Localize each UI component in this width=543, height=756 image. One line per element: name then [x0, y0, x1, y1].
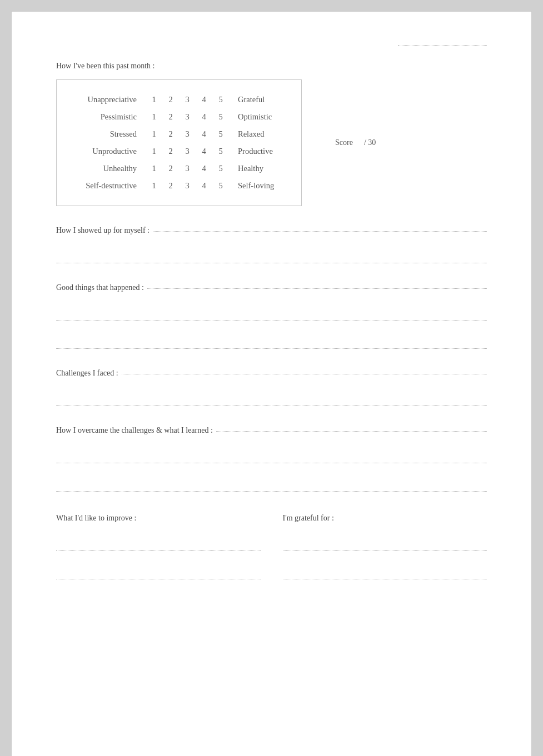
rating-number: 4: [196, 91, 212, 108]
rating-number: 5: [212, 108, 229, 126]
rating-left-label: Unhealthy: [73, 160, 146, 177]
challenges-label-row: Challenges I faced :: [56, 369, 487, 378]
grateful-line-2: [283, 579, 487, 579]
grateful-label: I'm grateful for :: [283, 514, 487, 523]
good-things-inline-line: [147, 288, 487, 289]
rating-table: Unappreciative12345GratefulPessimistic12…: [73, 91, 285, 194]
good-things-extra-lines: [56, 320, 487, 349]
rating-row: Self-destructive12345Self-loving: [73, 177, 285, 194]
rating-number: 4: [196, 126, 212, 143]
overcame-label-row: How I overcame the challenges & what I l…: [56, 426, 487, 435]
month-section: How I've been this past month : Unapprec…: [56, 62, 487, 206]
overcame-label: How I overcame the challenges & what I l…: [56, 426, 213, 435]
rating-right-label: Grateful: [229, 91, 285, 108]
two-col-section: What I'd like to improve : I'm grateful …: [56, 514, 487, 579]
month-label: How I've been this past month :: [56, 62, 487, 71]
top-decorative-line: [398, 45, 487, 46]
rating-number: 1: [146, 177, 162, 194]
rating-table-wrapper: Unappreciative12345GratefulPessimistic12…: [56, 79, 302, 206]
good-things-line-2: [56, 348, 487, 349]
rating-row: Unproductive12345Productive: [73, 143, 285, 160]
rating-number: 5: [212, 143, 229, 160]
showed-up-label: How I showed up for myself :: [56, 226, 150, 235]
rating-row: Unhealthy12345Healthy: [73, 160, 285, 177]
rating-number: 1: [146, 126, 162, 143]
grateful-col: I'm grateful for :: [283, 514, 487, 579]
showed-up-label-row: How I showed up for myself :: [56, 226, 487, 235]
overcame-line-2: [56, 491, 487, 492]
overcame-inline-line: [216, 431, 487, 432]
rating-number: 5: [212, 126, 229, 143]
overcame-line-1: [56, 463, 487, 463]
rating-left-label: Unappreciative: [73, 91, 146, 108]
challenges-label: Challenges I faced :: [56, 369, 118, 378]
rating-number: 1: [146, 91, 162, 108]
showed-up-inline-line: [153, 231, 487, 232]
rating-number: 1: [146, 160, 162, 177]
rating-number: 3: [179, 108, 196, 126]
grateful-lines: [283, 550, 487, 579]
rating-row: Pessimistic12345Optimistic: [73, 108, 285, 126]
rating-row: Stressed12345Relaxed: [73, 126, 285, 143]
rating-number: 3: [179, 160, 196, 177]
rating-number: 3: [179, 143, 196, 160]
rating-number: 1: [146, 143, 162, 160]
rating-number: 4: [196, 160, 212, 177]
rating-number: 2: [162, 108, 179, 126]
improve-col: What I'd like to improve :: [56, 514, 261, 579]
rating-number: 5: [212, 177, 229, 194]
improve-line-2: [56, 579, 261, 579]
rating-left-label: Unproductive: [73, 143, 146, 160]
rating-right-label: Healthy: [229, 160, 285, 177]
rating-number: 5: [212, 91, 229, 108]
good-things-line-1: [56, 320, 487, 321]
rating-left-label: Self-destructive: [73, 177, 146, 194]
rating-right-label: Optimistic: [229, 108, 285, 126]
challenges-inline-line: [122, 374, 487, 374]
improve-line-1: [56, 550, 261, 551]
good-things-label: Good things that happened :: [56, 283, 144, 292]
rating-right-label: Self-loving: [229, 177, 285, 194]
challenges-line-1: [56, 405, 487, 406]
rating-right-label: Productive: [229, 143, 285, 160]
challenges-extra-lines: [56, 405, 487, 406]
improve-lines: [56, 550, 261, 579]
score-area: Score / 30: [335, 138, 376, 147]
score-value: / 30: [364, 138, 376, 147]
rating-number: 3: [179, 177, 196, 194]
rating-number: 4: [196, 143, 212, 160]
grateful-line-1: [283, 550, 487, 551]
improve-label: What I'd like to improve :: [56, 514, 261, 523]
rating-number: 2: [162, 126, 179, 143]
rating-left-label: Stressed: [73, 126, 146, 143]
challenges-section: Challenges I faced :: [56, 369, 487, 406]
rating-row: Unappreciative12345Grateful: [73, 91, 285, 108]
month-content: Unappreciative12345GratefulPessimistic12…: [56, 79, 487, 206]
journal-page: How I've been this past month : Unapprec…: [11, 11, 532, 756]
rating-number: 2: [162, 143, 179, 160]
rating-number: 3: [179, 126, 196, 143]
showed-up-extra-lines: [56, 263, 487, 263]
rating-number: 5: [212, 160, 229, 177]
overcame-extra-lines: [56, 463, 487, 492]
rating-number: 4: [196, 108, 212, 126]
rating-number: 1: [146, 108, 162, 126]
score-row: Score / 30: [335, 138, 376, 147]
overcame-section: How I overcame the challenges & what I l…: [56, 426, 487, 492]
rating-number: 2: [162, 91, 179, 108]
rating-right-label: Relaxed: [229, 126, 285, 143]
score-label: Score: [335, 138, 353, 147]
rating-left-label: Pessimistic: [73, 108, 146, 126]
rating-number: 4: [196, 177, 212, 194]
good-things-label-row: Good things that happened :: [56, 283, 487, 292]
good-things-section: Good things that happened :: [56, 283, 487, 349]
showed-up-section: How I showed up for myself :: [56, 226, 487, 263]
rating-number: 2: [162, 160, 179, 177]
rating-number: 2: [162, 177, 179, 194]
rating-number: 3: [179, 91, 196, 108]
showed-up-line-1: [56, 263, 487, 263]
